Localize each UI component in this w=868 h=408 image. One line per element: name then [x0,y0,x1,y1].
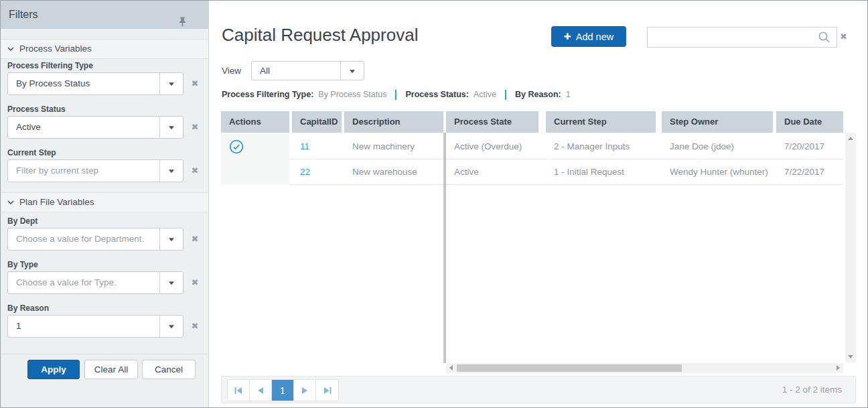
divider [395,90,396,100]
pager-bar: 1 1 - 2 of 2 items [221,376,856,403]
step-owner-cell: Wendy Hunter (whunter) [662,159,773,185]
field-label-process-filtering-type: Process Filtering Type [7,61,93,70]
select-placeholder: Choose a value for Type. [16,272,157,293]
column-header-step-owner[interactable]: Step Owner [662,111,773,133]
scrollbar-thumb[interactable] [457,364,682,372]
process-filtering-type-select[interactable]: By Process Status [7,72,184,95]
clear-filter-icon[interactable]: ✖ [189,234,201,245]
table-row[interactable]: 22 New warehouse Active 1 - Initial Requ… [221,159,843,185]
pager-controls: 1 [227,379,339,401]
horizontal-scrollbar[interactable] [446,363,843,373]
pin-icon[interactable] [178,9,187,38]
capital-id-link[interactable]: 22 [292,159,342,185]
apply-button[interactable]: Apply [27,360,80,379]
add-new-button[interactable]: ✚ Add new [551,26,626,47]
applied-filters-summary: Process Filtering Type: By Process Statu… [222,88,571,100]
clear-filter-icon[interactable]: ✖ [189,165,201,176]
filters-panel: Filters Process Variables Process Filter… [1,1,209,407]
select-value: By Process Status [16,73,157,94]
current-step-select[interactable]: Filter by current step [7,159,184,182]
select-placeholder: Filter by current step [16,160,157,182]
chevron-down-icon[interactable] [159,160,183,182]
circle-check-icon[interactable] [229,139,244,154]
by-type-select[interactable]: Choose a value for Type. [7,271,184,294]
filters-panel-header: Filters [1,1,208,29]
clear-filter-icon[interactable]: ✖ [189,122,201,133]
chevron-down-icon[interactable] [159,228,183,250]
field-label-process-status: Process Status [7,105,66,114]
vertical-scrollbar[interactable] [845,133,856,362]
scroll-down-icon [848,355,853,358]
view-label: View [222,66,241,76]
chevron-down-icon [7,200,14,204]
process-state-cell: Active [446,159,538,185]
search-box [647,27,837,48]
chevron-down-icon[interactable] [159,316,183,337]
page-number-button[interactable]: 1 [272,380,294,401]
clear-all-button[interactable]: Clear All [84,360,138,379]
scroll-left-icon [449,365,453,370]
section-process-variables[interactable]: Process Variables [1,39,208,59]
process-state-cell: Active (Overdue) [446,134,538,159]
section-plan-file-variables[interactable]: Plan File Variables [1,192,208,212]
previous-page-button[interactable] [250,380,272,401]
step-owner-cell: Jane Doe (jdoe) [662,134,773,159]
summary-value: 1 [566,90,571,99]
last-page-button[interactable] [316,380,338,401]
scroll-right-icon [837,365,840,370]
column-header-current-step[interactable]: Current Step [546,111,656,133]
clear-filter-icon[interactable]: ✖ [189,277,201,288]
column-header-actions[interactable]: Actions [221,111,289,133]
chevron-down-icon[interactable] [159,117,183,138]
chevron-down-icon [7,47,14,51]
chevron-down-icon[interactable] [159,272,183,293]
divider [505,90,506,100]
next-page-icon [302,387,307,394]
column-header-process-state[interactable]: Process State [446,111,538,133]
current-step-cell: 2 - Manager Inputs [546,134,656,159]
clear-filter-icon[interactable]: ✖ [189,321,201,332]
description-cell: New machinery [344,134,443,159]
due-date-cell: 7/22/2017 [776,159,843,185]
summary-value: Active [474,90,496,99]
due-date-cell: 7/20/2017 [776,134,843,159]
next-page-button[interactable] [294,380,316,401]
chevron-down-icon[interactable] [340,62,364,80]
app-window: Filters Process Variables Process Filter… [0,0,868,408]
plus-icon: ✚ [564,31,571,42]
cancel-button[interactable]: Cancel [142,360,196,379]
select-placeholder: Choose a value for Department. [16,228,157,250]
frozen-pane-divider [443,133,446,363]
chevron-down-icon[interactable] [159,73,183,94]
column-header-capitalid[interactable]: CapitalID [292,111,342,133]
search-icon[interactable] [818,31,830,46]
search-clear-icon[interactable]: ✖ [840,31,847,42]
description-cell: New warehouse [344,159,443,185]
current-step-cell: 1 - Initial Request [546,159,656,185]
first-page-icon [234,387,242,394]
summary-label: Process Filtering Type: [222,90,313,99]
previous-page-icon [258,387,263,394]
table-row[interactable]: 11 New machinery Active (Overdue) 2 - Ma… [221,134,843,159]
field-label-by-reason: By Reason [7,303,49,313]
column-header-due-date[interactable]: Due Date [776,111,843,133]
section-label: Process Variables [19,40,92,58]
select-value: 1 [16,316,157,337]
select-value: Active [16,117,157,138]
by-reason-select[interactable]: 1 [7,315,184,338]
scroll-up-icon [848,137,853,140]
add-new-label: Add new [576,31,613,42]
first-page-button[interactable] [228,380,250,401]
divider [1,354,208,354]
actions-cell [221,134,289,159]
search-input[interactable] [648,27,812,47]
field-label-current-step: Current Step [7,148,56,157]
summary-label: By Reason: [515,90,561,99]
by-dept-select[interactable]: Choose a value for Department. [7,228,184,251]
capital-id-link[interactable]: 11 [292,134,342,159]
column-header-description[interactable]: Description [344,111,443,133]
clear-filter-icon[interactable]: ✖ [189,78,201,89]
field-label-by-dept: By Dept [7,216,38,226]
view-select[interactable]: All [251,61,364,80]
process-status-select[interactable]: Active [7,116,184,139]
